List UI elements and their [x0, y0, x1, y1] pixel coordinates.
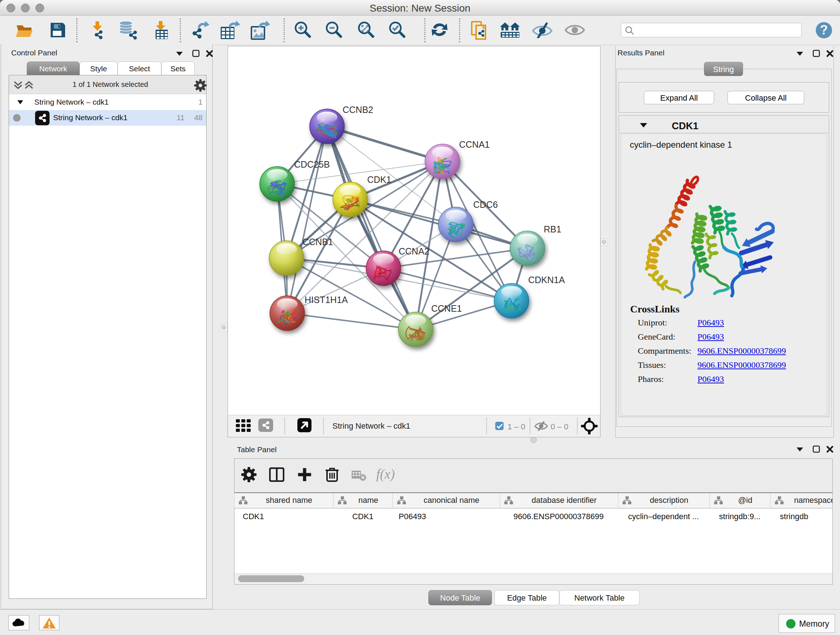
svg-text:CDC6: CDC6 — [473, 200, 498, 210]
svg-text:HIST1H1A: HIST1H1A — [305, 295, 348, 305]
svg-text:CDK1: CDK1 — [367, 174, 392, 185]
svg-text:CCNA2: CCNA2 — [399, 246, 429, 256]
svg-text:CCNA1: CCNA1 — [459, 139, 490, 149]
svg-text:CCNB2: CCNB2 — [343, 105, 373, 115]
svg-text:CDC25B: CDC25B — [294, 159, 330, 169]
svg-text:CCNB1: CCNB1 — [302, 237, 333, 247]
svg-text:CDKN1A: CDKN1A — [528, 275, 565, 285]
svg-text:RB1: RB1 — [544, 224, 561, 234]
svg-text:CCNE1: CCNE1 — [431, 303, 462, 314]
